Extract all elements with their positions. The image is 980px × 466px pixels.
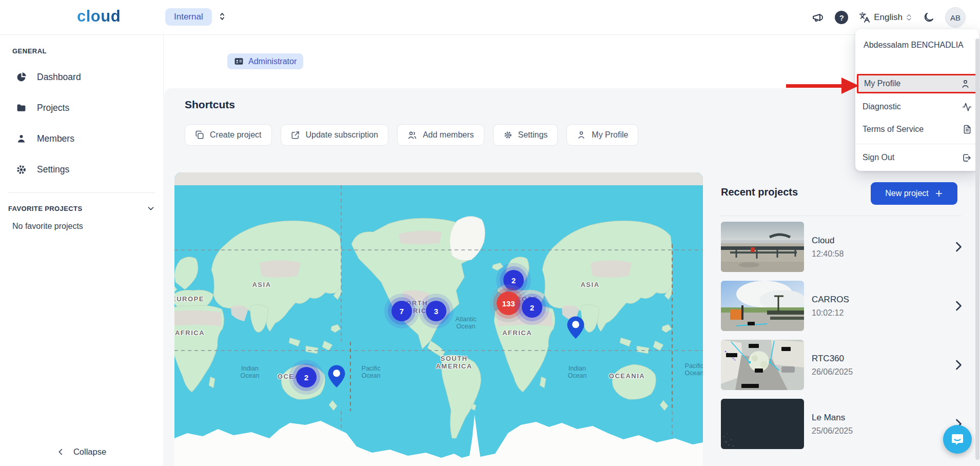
menu-item-label: Terms of Service — [863, 125, 924, 134]
add-members-button[interactable]: Add members — [397, 124, 484, 146]
update-subscription-button[interactable]: Update subscription — [281, 124, 388, 146]
help-icon[interactable]: ? — [835, 11, 848, 24]
new-project-button[interactable]: New project — [871, 182, 957, 205]
menu-divider — [855, 144, 979, 144]
map-cluster[interactable]: 3 — [426, 301, 446, 321]
person-icon — [961, 79, 970, 89]
map-attribution-bar — [174, 172, 703, 185]
menu-item-diagnostic[interactable]: Diagnostic — [855, 98, 979, 116]
project-thumbnail — [721, 222, 804, 272]
pie-chart-icon — [16, 72, 27, 83]
translate-icon — [859, 12, 870, 23]
users-icon — [407, 130, 417, 140]
project-subtitle: 25/06/2025 — [812, 426, 853, 436]
shortcuts-row: Create project Update subscription Add m… — [185, 124, 638, 146]
sidebar-item-label: Projects — [37, 103, 69, 113]
project-thumbnail — [721, 340, 804, 390]
menu-item-label: My Profile — [864, 79, 900, 88]
app-logo[interactable]: cloud — [77, 7, 121, 26]
avatar[interactable]: AB — [945, 7, 966, 28]
button-label: Add members — [423, 130, 474, 140]
chevron-right-icon[interactable] — [955, 360, 962, 370]
project-title: Cloud — [812, 236, 844, 246]
id-card-icon — [234, 56, 244, 66]
megaphone-icon[interactable] — [812, 11, 824, 24]
map-pin[interactable] — [566, 316, 585, 340]
map-cluster[interactable]: 7 — [391, 301, 412, 321]
chat-widget-button[interactable] — [943, 425, 972, 454]
create-project-button[interactable]: Create project — [185, 124, 272, 146]
sidebar-item-label: Dashboard — [37, 72, 81, 83]
project-title: Le Mans — [812, 413, 853, 423]
map-cluster[interactable]: 2 — [503, 270, 524, 290]
recent-projects-list: Cloud 12:40:58 CARROS 10:02:12 — [721, 222, 962, 449]
chevron-right-icon[interactable] — [955, 301, 962, 311]
project-thumbnail — [721, 399, 804, 449]
sidebar: GENERAL Dashboard Projects Members Setti… — [0, 35, 164, 466]
recent-projects-title: Recent projects — [721, 186, 798, 198]
language-selector[interactable]: English — [859, 12, 912, 23]
menu-item-my-profile[interactable]: My Profile — [857, 74, 977, 93]
sidebar-item-settings[interactable]: Settings — [0, 154, 163, 185]
plus-icon — [935, 189, 943, 198]
moon-icon[interactable] — [923, 12, 934, 24]
button-label: Settings — [518, 130, 548, 140]
project-row-carros[interactable]: CARROS 10:02:12 — [721, 281, 962, 331]
person-icon — [16, 133, 27, 144]
project-row-lemans[interactable]: Le Mans 25/06/2025 — [721, 399, 962, 449]
menu-item-label: Sign Out — [863, 153, 894, 162]
project-subtitle: 26/06/2025 — [812, 367, 853, 377]
sidebar-item-dashboard[interactable]: Dashboard — [0, 62, 163, 92]
workspace-switcher-icon[interactable] — [218, 12, 227, 21]
project-subtitle: 10:02:12 — [812, 308, 849, 318]
project-title: RTC360 — [812, 354, 853, 364]
map-cluster[interactable]: 2 — [296, 367, 317, 387]
settings-button[interactable]: Settings — [493, 124, 558, 146]
my-profile-button[interactable]: My Profile — [566, 124, 638, 146]
button-label: My Profile — [592, 130, 628, 140]
topbar: cloud Internal ? English AB — [0, 0, 980, 35]
external-link-icon — [291, 130, 300, 140]
map-cluster[interactable]: 2 — [522, 297, 542, 318]
chevron-right-icon[interactable] — [955, 242, 962, 252]
menu-item-label: Diagnostic — [863, 102, 901, 111]
sidebar-item-members[interactable]: Members — [0, 123, 163, 154]
gear-icon — [503, 130, 513, 140]
document-icon — [963, 125, 972, 134]
scrollbar[interactable] — [975, 38, 979, 460]
menu-item-terms[interactable]: Terms of Service — [855, 120, 979, 139]
project-subtitle: 12:40:58 — [812, 249, 844, 259]
user-menu: Abdessalam BENCHADLIA My Profile Diagnos… — [855, 29, 979, 171]
new-project-label: New project — [885, 189, 928, 198]
project-thumbnail — [721, 281, 804, 331]
copy-icon — [195, 130, 204, 140]
project-title: CARROS — [812, 295, 849, 305]
role-badge: Administrator — [227, 53, 303, 69]
project-row-rtc360[interactable]: RTC360 26/06/2025 — [721, 340, 962, 390]
chevron-updown-icon — [906, 14, 912, 21]
menu-item-sign-out[interactable]: Sign Out — [855, 148, 979, 167]
sign-out-icon — [962, 153, 972, 163]
collapse-sidebar-button[interactable]: Collapse — [0, 447, 163, 457]
collapse-label: Collapse — [73, 447, 106, 457]
sidebar-section-favorites[interactable]: FAVORITE PROJECTS — [8, 204, 155, 212]
workspace-badge[interactable]: Internal — [165, 8, 212, 26]
recent-projects-divider — [721, 216, 962, 216]
button-label: Update subscription — [306, 130, 378, 140]
sidebar-section-general: GENERAL — [12, 47, 47, 55]
world-map[interactable]: EUROPE AFRICA ASIA Indian Ocean OCEANIA … — [174, 172, 703, 466]
user-menu-name: Abdessalam BENCHADLIA — [855, 29, 979, 60]
project-row-cloud[interactable]: Cloud 12:40:58 — [721, 222, 962, 272]
map-cluster[interactable]: 133 — [497, 292, 520, 315]
chevron-down-icon — [147, 204, 155, 212]
chat-icon — [950, 432, 965, 446]
map-pin[interactable] — [327, 365, 346, 389]
favorites-label: FAVORITE PROJECTS — [8, 205, 83, 212]
language-label: English — [874, 12, 903, 23]
activity-icon — [962, 102, 972, 112]
favorites-empty-text: No favorite projects — [12, 222, 83, 231]
gear-icon — [16, 164, 27, 175]
shortcuts-title: Shortcuts — [185, 99, 235, 111]
sidebar-item-projects[interactable]: Projects — [0, 92, 163, 123]
person-icon — [577, 130, 586, 140]
